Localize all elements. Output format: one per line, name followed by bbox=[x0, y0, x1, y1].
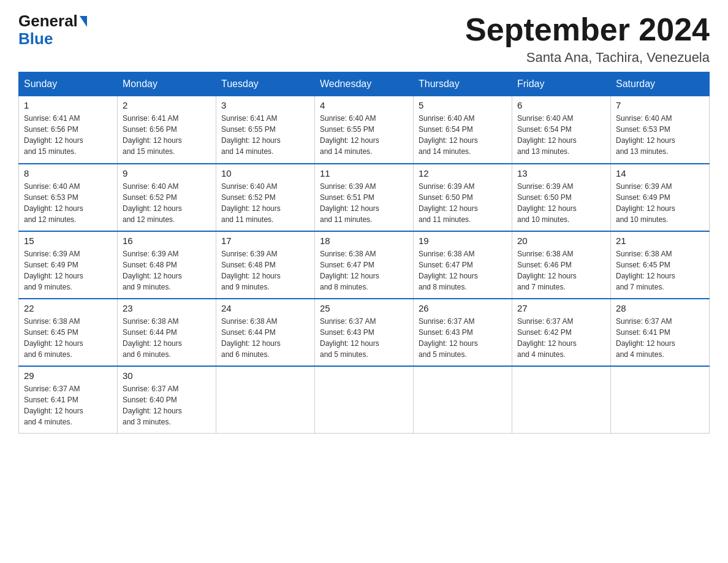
day-info: Sunrise: 6:38 AMSunset: 6:45 PMDaylight:… bbox=[616, 248, 704, 293]
day-info: Sunrise: 6:40 AMSunset: 6:53 PMDaylight:… bbox=[616, 113, 704, 157]
day-number: 6 bbox=[517, 100, 605, 110]
logo: General Blue bbox=[18, 12, 87, 47]
day-info: Sunrise: 6:39 AMSunset: 6:48 PMDaylight:… bbox=[123, 248, 211, 293]
day-info: Sunrise: 6:41 AMSunset: 6:56 PMDaylight:… bbox=[24, 113, 112, 157]
table-row: 12Sunrise: 6:39 AMSunset: 6:50 PMDayligh… bbox=[414, 164, 512, 231]
day-info: Sunrise: 6:37 AMSunset: 6:43 PMDaylight:… bbox=[419, 316, 507, 360]
calendar-week-row: 22Sunrise: 6:38 AMSunset: 6:45 PMDayligh… bbox=[19, 299, 710, 366]
day-number: 5 bbox=[419, 100, 507, 110]
header-monday: Monday bbox=[118, 72, 216, 96]
table-row: 2Sunrise: 6:41 AMSunset: 6:56 PMDaylight… bbox=[118, 96, 216, 164]
day-number: 29 bbox=[24, 370, 112, 381]
table-row: 25Sunrise: 6:37 AMSunset: 6:43 PMDayligh… bbox=[315, 299, 414, 366]
day-number: 9 bbox=[123, 168, 211, 178]
title-section: September 2024 Santa Ana, Tachira, Venez… bbox=[465, 12, 710, 66]
day-info: Sunrise: 6:37 AMSunset: 6:41 PMDaylight:… bbox=[616, 316, 704, 360]
day-info: Sunrise: 6:39 AMSunset: 6:49 PMDaylight:… bbox=[24, 248, 112, 293]
day-number: 19 bbox=[419, 236, 507, 246]
page-header: General Blue September 2024 Santa Ana, T… bbox=[18, 12, 710, 66]
header-friday: Friday bbox=[512, 72, 611, 96]
day-number: 23 bbox=[123, 303, 211, 313]
table-row: 29Sunrise: 6:37 AMSunset: 6:41 PMDayligh… bbox=[19, 366, 118, 434]
table-row bbox=[611, 366, 710, 434]
table-row bbox=[315, 366, 414, 434]
table-row: 17Sunrise: 6:39 AMSunset: 6:48 PMDayligh… bbox=[216, 231, 315, 299]
day-info: Sunrise: 6:40 AMSunset: 6:52 PMDaylight:… bbox=[221, 181, 309, 225]
table-row: 19Sunrise: 6:38 AMSunset: 6:47 PMDayligh… bbox=[414, 231, 512, 299]
day-number: 12 bbox=[419, 168, 507, 178]
day-info: Sunrise: 6:37 AMSunset: 6:41 PMDaylight:… bbox=[24, 383, 112, 427]
header-sunday: Sunday bbox=[19, 72, 118, 96]
table-row: 15Sunrise: 6:39 AMSunset: 6:49 PMDayligh… bbox=[19, 231, 118, 299]
table-row: 30Sunrise: 6:37 AMSunset: 6:40 PMDayligh… bbox=[118, 366, 216, 434]
table-row: 20Sunrise: 6:38 AMSunset: 6:46 PMDayligh… bbox=[512, 231, 611, 299]
table-row: 28Sunrise: 6:37 AMSunset: 6:41 PMDayligh… bbox=[611, 299, 710, 366]
table-row: 5Sunrise: 6:40 AMSunset: 6:54 PMDaylight… bbox=[414, 96, 512, 164]
day-info: Sunrise: 6:40 AMSunset: 6:54 PMDaylight:… bbox=[517, 113, 605, 157]
table-row: 23Sunrise: 6:38 AMSunset: 6:44 PMDayligh… bbox=[118, 299, 216, 366]
table-row: 6Sunrise: 6:40 AMSunset: 6:54 PMDaylight… bbox=[512, 96, 611, 164]
day-number: 20 bbox=[517, 236, 605, 246]
day-number: 8 bbox=[24, 168, 112, 178]
month-title: September 2024 bbox=[465, 12, 710, 47]
day-number: 3 bbox=[221, 100, 309, 110]
table-row: 11Sunrise: 6:39 AMSunset: 6:51 PMDayligh… bbox=[315, 164, 414, 231]
header-wednesday: Wednesday bbox=[315, 72, 414, 96]
table-row bbox=[414, 366, 512, 434]
table-row: 22Sunrise: 6:38 AMSunset: 6:45 PMDayligh… bbox=[19, 299, 118, 366]
location-subtitle: Santa Ana, Tachira, Venezuela bbox=[465, 50, 710, 66]
day-number: 11 bbox=[320, 168, 408, 178]
logo-general-text: General bbox=[18, 12, 78, 30]
header-tuesday: Tuesday bbox=[216, 72, 315, 96]
table-row: 26Sunrise: 6:37 AMSunset: 6:43 PMDayligh… bbox=[414, 299, 512, 366]
day-info: Sunrise: 6:40 AMSunset: 6:55 PMDaylight:… bbox=[320, 113, 408, 157]
day-number: 17 bbox=[221, 236, 309, 246]
day-info: Sunrise: 6:38 AMSunset: 6:45 PMDaylight:… bbox=[24, 316, 112, 360]
table-row: 18Sunrise: 6:38 AMSunset: 6:47 PMDayligh… bbox=[315, 231, 414, 299]
day-number: 10 bbox=[221, 168, 309, 178]
day-number: 15 bbox=[24, 236, 112, 246]
day-number: 18 bbox=[320, 236, 408, 246]
day-number: 26 bbox=[419, 303, 507, 313]
day-info: Sunrise: 6:40 AMSunset: 6:54 PMDaylight:… bbox=[419, 113, 507, 157]
day-info: Sunrise: 6:40 AMSunset: 6:53 PMDaylight:… bbox=[24, 181, 112, 225]
table-row: 16Sunrise: 6:39 AMSunset: 6:48 PMDayligh… bbox=[118, 231, 216, 299]
day-number: 27 bbox=[517, 303, 605, 313]
day-number: 28 bbox=[616, 303, 704, 313]
day-number: 25 bbox=[320, 303, 408, 313]
table-row: 14Sunrise: 6:39 AMSunset: 6:49 PMDayligh… bbox=[611, 164, 710, 231]
logo-triangle-icon bbox=[80, 16, 87, 27]
day-number: 4 bbox=[320, 100, 408, 110]
day-number: 2 bbox=[123, 100, 211, 110]
day-info: Sunrise: 6:39 AMSunset: 6:51 PMDaylight:… bbox=[320, 181, 408, 225]
table-row: 4Sunrise: 6:40 AMSunset: 6:55 PMDaylight… bbox=[315, 96, 414, 164]
table-row: 21Sunrise: 6:38 AMSunset: 6:45 PMDayligh… bbox=[611, 231, 710, 299]
table-row: 27Sunrise: 6:37 AMSunset: 6:42 PMDayligh… bbox=[512, 299, 611, 366]
calendar-week-row: 29Sunrise: 6:37 AMSunset: 6:41 PMDayligh… bbox=[19, 366, 710, 434]
table-row: 13Sunrise: 6:39 AMSunset: 6:50 PMDayligh… bbox=[512, 164, 611, 231]
table-row bbox=[216, 366, 315, 434]
day-info: Sunrise: 6:40 AMSunset: 6:52 PMDaylight:… bbox=[123, 181, 211, 225]
day-number: 1 bbox=[24, 100, 112, 110]
calendar-week-row: 8Sunrise: 6:40 AMSunset: 6:53 PMDaylight… bbox=[19, 164, 710, 231]
day-info: Sunrise: 6:38 AMSunset: 6:47 PMDaylight:… bbox=[419, 248, 507, 293]
table-row: 24Sunrise: 6:38 AMSunset: 6:44 PMDayligh… bbox=[216, 299, 315, 366]
day-info: Sunrise: 6:39 AMSunset: 6:48 PMDaylight:… bbox=[221, 248, 309, 293]
table-row: 9Sunrise: 6:40 AMSunset: 6:52 PMDaylight… bbox=[118, 164, 216, 231]
day-number: 24 bbox=[221, 303, 309, 313]
day-info: Sunrise: 6:37 AMSunset: 6:42 PMDaylight:… bbox=[517, 316, 605, 360]
table-row: 8Sunrise: 6:40 AMSunset: 6:53 PMDaylight… bbox=[19, 164, 118, 231]
day-number: 13 bbox=[517, 168, 605, 178]
calendar-header-row: Sunday Monday Tuesday Wednesday Thursday… bbox=[19, 72, 710, 96]
table-row: 10Sunrise: 6:40 AMSunset: 6:52 PMDayligh… bbox=[216, 164, 315, 231]
day-info: Sunrise: 6:38 AMSunset: 6:47 PMDaylight:… bbox=[320, 248, 408, 293]
day-number: 7 bbox=[616, 100, 704, 110]
day-info: Sunrise: 6:41 AMSunset: 6:55 PMDaylight:… bbox=[221, 113, 309, 157]
table-row: 1Sunrise: 6:41 AMSunset: 6:56 PMDaylight… bbox=[19, 96, 118, 164]
table-row: 3Sunrise: 6:41 AMSunset: 6:55 PMDaylight… bbox=[216, 96, 315, 164]
day-info: Sunrise: 6:39 AMSunset: 6:50 PMDaylight:… bbox=[517, 181, 605, 225]
day-number: 21 bbox=[616, 236, 704, 246]
logo-blue-text: Blue bbox=[18, 29, 53, 48]
day-info: Sunrise: 6:38 AMSunset: 6:44 PMDaylight:… bbox=[221, 316, 309, 360]
day-info: Sunrise: 6:39 AMSunset: 6:50 PMDaylight:… bbox=[419, 181, 507, 225]
